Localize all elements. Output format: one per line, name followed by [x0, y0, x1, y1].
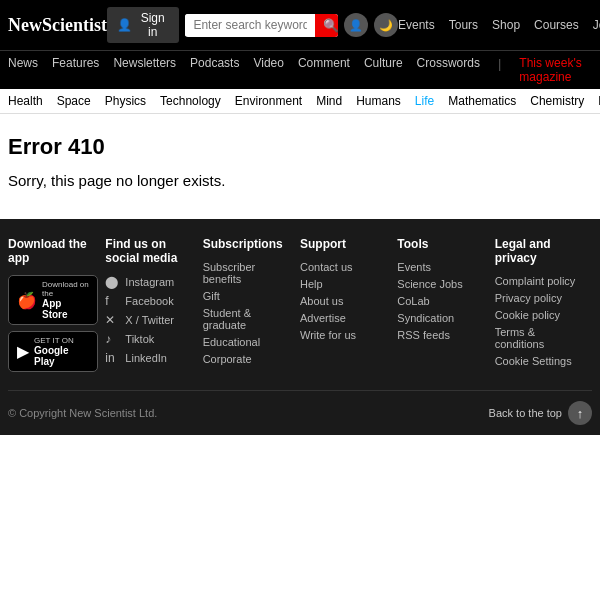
- tools-events-link[interactable]: Events: [397, 261, 486, 273]
- sub-gift-link[interactable]: Gift: [203, 290, 292, 302]
- support-advertise-link[interactable]: Advertise: [300, 312, 389, 324]
- footer-support-col: Support Contact us Help About us Adverti…: [300, 237, 397, 378]
- legal-complaint-link[interactable]: Complaint policy: [495, 275, 584, 287]
- top-nav-links: News Features Newsletters Podcasts Video…: [8, 56, 592, 84]
- theme-toggle-icon[interactable]: 🌙: [374, 13, 398, 37]
- instagram-icon: ⬤: [105, 275, 119, 289]
- footer-legal-col: Legal and privacy Complaint policy Priva…: [495, 237, 592, 378]
- cat-space[interactable]: Space: [57, 94, 91, 108]
- header-controls: 👤 Sign in 🔍 👤 🌙: [107, 7, 398, 43]
- nav-newsletters[interactable]: Newsletters: [113, 56, 176, 84]
- social-linkedin: in LinkedIn: [105, 351, 194, 365]
- social-facebook: f Facebook: [105, 294, 194, 308]
- sign-in-button[interactable]: 👤 Sign in: [107, 7, 179, 43]
- nav-news[interactable]: News: [8, 56, 38, 84]
- sub-corporate-link[interactable]: Corporate: [203, 353, 292, 365]
- tools-sciencejobs-link[interactable]: Science Jobs: [397, 278, 486, 290]
- category-navigation: Health Space Physics Technology Environm…: [0, 89, 600, 114]
- back-to-top-button[interactable]: ↑: [568, 401, 592, 425]
- google-play-button[interactable]: ▶ GET IT ON Google Play: [8, 331, 98, 372]
- cat-technology[interactable]: Technology: [160, 94, 221, 108]
- linkedin-link[interactable]: LinkedIn: [125, 352, 167, 364]
- support-help-link[interactable]: Help: [300, 278, 389, 290]
- error-message: Sorry, this page no longer exists.: [8, 172, 592, 189]
- site-header: NewScientist 👤 Sign in 🔍 👤 🌙 Events Tour…: [0, 0, 600, 50]
- cat-life[interactable]: Life: [415, 94, 434, 108]
- search-box: 🔍: [185, 14, 338, 37]
- sub-benefits-link[interactable]: Subscriber benefits: [203, 261, 292, 285]
- footer-columns: Download the app 🍎 Download on the App S…: [8, 237, 592, 378]
- facebook-link[interactable]: Facebook: [125, 295, 173, 307]
- user-icon: 👤: [117, 18, 132, 32]
- app-store-text: Download on the App Store: [42, 280, 89, 320]
- error-title: Error 410: [8, 134, 592, 160]
- social-instagram: ⬤ Instagram: [105, 275, 194, 289]
- tiktok-link[interactable]: Tiktok: [125, 333, 154, 345]
- profile-icon[interactable]: 👤: [344, 13, 368, 37]
- sub-educational-link[interactable]: Educational: [203, 336, 292, 348]
- this-week-link[interactable]: This week's magazine: [519, 56, 592, 84]
- facebook-icon: f: [105, 294, 119, 308]
- divider: |: [498, 56, 501, 84]
- nav-features[interactable]: Features: [52, 56, 99, 84]
- footer-legal-title: Legal and privacy: [495, 237, 584, 265]
- social-twitter: ✕ X / Twitter: [105, 313, 194, 327]
- nav-culture[interactable]: Culture: [364, 56, 403, 84]
- nav-jobs[interactable]: Jobs: [593, 18, 600, 32]
- tools-syndication-link[interactable]: Syndication: [397, 312, 486, 324]
- footer-social-title: Find us on social media: [105, 237, 194, 265]
- header-icon-group: 👤 🌙: [344, 13, 398, 37]
- legal-privacy-link[interactable]: Privacy policy: [495, 292, 584, 304]
- tiktok-icon: ♪: [105, 332, 119, 346]
- footer-download-title: Download the app: [8, 237, 97, 265]
- site-footer: Download the app 🍎 Download on the App S…: [0, 219, 600, 435]
- cat-health[interactable]: Health: [8, 94, 43, 108]
- twitter-link[interactable]: X / Twitter: [125, 314, 174, 326]
- instagram-link[interactable]: Instagram: [125, 276, 174, 288]
- footer-tools-col: Tools Events Science Jobs CoLab Syndicat…: [397, 237, 494, 378]
- legal-cookie-settings-link[interactable]: Cookie Settings: [495, 355, 584, 367]
- logo: NewScientist: [8, 15, 107, 36]
- nav-crosswords[interactable]: Crosswords: [417, 56, 480, 84]
- cat-mathematics[interactable]: Mathematics: [448, 94, 516, 108]
- nav-events[interactable]: Events: [398, 18, 435, 32]
- support-contact-link[interactable]: Contact us: [300, 261, 389, 273]
- back-to-top-link[interactable]: Back to the top ↑: [489, 401, 592, 425]
- google-play-text: GET IT ON Google Play: [34, 336, 89, 367]
- cat-humans[interactable]: Humans: [356, 94, 401, 108]
- linkedin-icon: in: [105, 351, 119, 365]
- footer-tools-title: Tools: [397, 237, 486, 251]
- footer-social-col: Find us on social media ⬤ Instagram f Fa…: [105, 237, 202, 378]
- legal-terms-link[interactable]: Terms & conditions: [495, 326, 584, 350]
- search-input[interactable]: [185, 14, 315, 36]
- app-store-button[interactable]: 🍎 Download on the App Store: [8, 275, 98, 325]
- search-button[interactable]: 🔍: [315, 14, 338, 37]
- google-play-icon: ▶: [17, 342, 29, 361]
- support-write-link[interactable]: Write for us: [300, 329, 389, 341]
- apple-icon: 🍎: [17, 291, 37, 310]
- nav-tours[interactable]: Tours: [449, 18, 478, 32]
- nav-shop[interactable]: Shop: [492, 18, 520, 32]
- back-to-top-label: Back to the top: [489, 407, 562, 419]
- tools-rss-link[interactable]: RSS feeds: [397, 329, 486, 341]
- footer-support-title: Support: [300, 237, 389, 251]
- cat-mind[interactable]: Mind: [316, 94, 342, 108]
- nav-video[interactable]: Video: [253, 56, 283, 84]
- top-navigation: News Features Newsletters Podcasts Video…: [0, 50, 600, 89]
- legal-cookie-link[interactable]: Cookie policy: [495, 309, 584, 321]
- footer-subscriptions-title: Subscriptions: [203, 237, 292, 251]
- footer-subscriptions-col: Subscriptions Subscriber benefits Gift S…: [203, 237, 300, 378]
- nav-podcasts[interactable]: Podcasts: [190, 56, 239, 84]
- cat-environment[interactable]: Environment: [235, 94, 302, 108]
- copyright-text: © Copyright New Scientist Ltd.: [8, 407, 157, 419]
- tools-colab-link[interactable]: CoLab: [397, 295, 486, 307]
- support-about-link[interactable]: About us: [300, 295, 389, 307]
- social-tiktok: ♪ Tiktok: [105, 332, 194, 346]
- top-right-nav: Events Tours Shop Courses Jobs Subscribe…: [398, 6, 600, 44]
- cat-physics[interactable]: Physics: [105, 94, 146, 108]
- nav-courses[interactable]: Courses: [534, 18, 579, 32]
- sub-student-link[interactable]: Student & graduate: [203, 307, 292, 331]
- cat-chemistry[interactable]: Chemistry: [530, 94, 584, 108]
- error-section: Error 410 Sorry, this page no longer exi…: [0, 114, 600, 219]
- nav-comment[interactable]: Comment: [298, 56, 350, 84]
